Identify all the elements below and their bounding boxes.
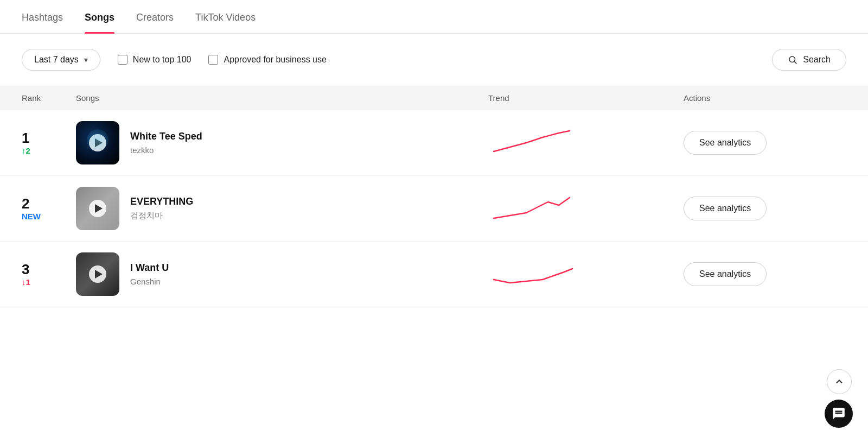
rank-cell-1: 1 ↑2 xyxy=(22,130,76,155)
table-header: Rank Songs Trend Actions xyxy=(0,86,868,110)
rank-number-1: 1 xyxy=(22,130,29,146)
song-cell-3: I Want U Genshin xyxy=(76,252,488,296)
search-label: Search xyxy=(803,55,831,65)
tab-hashtags[interactable]: Hashtags xyxy=(22,0,63,33)
actions-cell-1: See analytics xyxy=(684,131,846,155)
tab-songs[interactable]: Songs xyxy=(85,0,114,33)
play-button-1[interactable] xyxy=(89,134,106,151)
song-info-2: EVERYTHING 검정치마 xyxy=(130,196,193,221)
table-row: 1 ↑2 White Tee Sped tezkko See analytics xyxy=(0,110,868,176)
new-to-top100-filter[interactable]: New to top 100 xyxy=(118,55,192,65)
col-trend: Trend xyxy=(488,93,684,103)
approved-business-filter[interactable]: Approved for business use xyxy=(208,55,326,65)
actions-cell-2: See analytics xyxy=(684,197,846,220)
col-rank: Rank xyxy=(22,93,76,103)
trend-cell-1 xyxy=(488,125,684,160)
table-row: 2 NEW EVERYTHING 검정치마 See analytics xyxy=(0,176,868,242)
chat-button[interactable] xyxy=(825,400,853,428)
filter-bar: Last 7 days ▾ New to top 100 Approved fo… xyxy=(0,34,868,86)
rank-cell-2: 2 NEW xyxy=(22,196,76,221)
song-title-1: White Tee Sped xyxy=(130,131,202,142)
nav-tabs: Hashtags Songs Creators TikTok Videos xyxy=(0,0,868,34)
song-thumbnail-3[interactable] xyxy=(76,252,119,296)
col-songs: Songs xyxy=(76,93,488,103)
song-artist-2: 검정치마 xyxy=(130,211,193,221)
new-to-top100-label: New to top 100 xyxy=(133,55,192,65)
song-artist-1: tezkko xyxy=(130,145,202,155)
play-icon-3 xyxy=(95,270,103,279)
actions-cell-3: See analytics xyxy=(684,262,846,286)
trend-cell-3 xyxy=(488,257,684,292)
table-row: 3 ↓1 I Want U Genshin See analytics xyxy=(0,242,868,307)
period-label: Last 7 days xyxy=(34,55,79,65)
trend-cell-2 xyxy=(488,191,684,226)
chevron-up-icon xyxy=(834,376,845,387)
trend-chart-1 xyxy=(488,125,575,158)
search-button[interactable]: Search xyxy=(772,49,846,71)
play-icon-1 xyxy=(95,138,103,147)
song-artist-3: Genshin xyxy=(130,277,169,286)
rank-number-2: 2 xyxy=(22,196,29,212)
col-actions: Actions xyxy=(684,93,846,103)
song-title-2: EVERYTHING xyxy=(130,196,193,207)
rank-change-2: NEW xyxy=(22,212,41,221)
see-analytics-button-3[interactable]: See analytics xyxy=(684,262,767,286)
play-button-2[interactable] xyxy=(89,200,106,217)
svg-point-0 xyxy=(789,56,795,62)
play-icon-2 xyxy=(95,204,103,213)
rank-change-1: ↑2 xyxy=(22,146,30,155)
scroll-top-button[interactable] xyxy=(827,369,852,394)
approved-business-label: Approved for business use xyxy=(224,55,326,65)
period-dropdown[interactable]: Last 7 days ▾ xyxy=(22,49,100,71)
chat-icon xyxy=(832,407,846,421)
see-analytics-button-2[interactable]: See analytics xyxy=(684,197,767,220)
trend-chart-2 xyxy=(488,191,575,224)
svg-line-1 xyxy=(795,61,797,64)
see-analytics-button-1[interactable]: See analytics xyxy=(684,131,767,155)
song-title-3: I Want U xyxy=(130,262,169,274)
rank-number-3: 3 xyxy=(22,262,29,277)
rank-cell-3: 3 ↓1 xyxy=(22,262,76,287)
song-cell-2: EVERYTHING 검정치마 xyxy=(76,187,488,230)
tab-creators[interactable]: Creators xyxy=(136,0,174,33)
chevron-down-icon: ▾ xyxy=(84,55,88,64)
approved-business-checkbox[interactable] xyxy=(208,55,218,65)
new-to-top100-checkbox[interactable] xyxy=(118,55,127,65)
search-icon xyxy=(788,55,797,65)
song-thumbnail-2[interactable] xyxy=(76,187,119,230)
song-thumbnail-1[interactable] xyxy=(76,121,119,164)
tab-tiktok-videos[interactable]: TikTok Videos xyxy=(195,0,256,33)
song-cell-1: White Tee Sped tezkko xyxy=(76,121,488,164)
trend-chart-3 xyxy=(488,257,575,289)
play-button-3[interactable] xyxy=(89,265,106,283)
rank-change-3: ↓1 xyxy=(22,277,30,287)
song-info-1: White Tee Sped tezkko xyxy=(130,131,202,155)
song-info-3: I Want U Genshin xyxy=(130,262,169,286)
